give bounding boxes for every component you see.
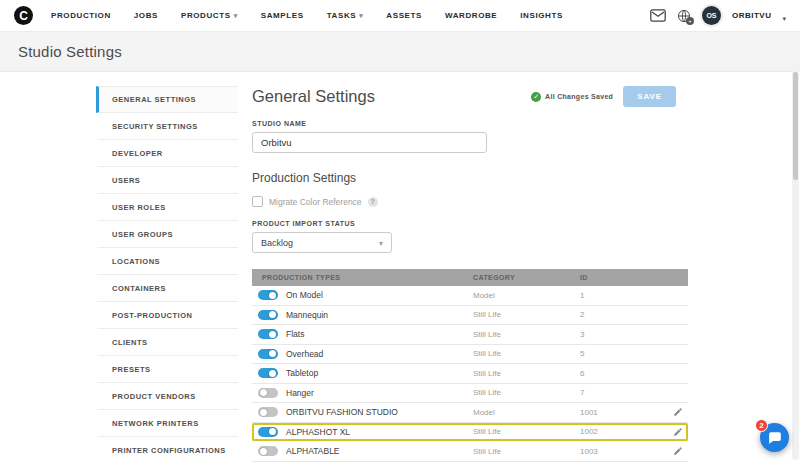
sidebar-item[interactable]: PRESETS <box>96 356 238 383</box>
sidebar-item[interactable]: USER ROLES <box>96 194 238 221</box>
table-row: ALPHATABLE Still Life 1003 <box>252 442 688 462</box>
toggle-knob <box>269 331 276 338</box>
production-type-toggle[interactable] <box>258 427 278 437</box>
page-title: Studio Settings <box>18 43 782 60</box>
table-row: On Model Model 1 <box>252 286 688 306</box>
category-cell: Still Life <box>473 427 580 436</box>
nav-item[interactable]: PRODUCTION <box>51 11 111 20</box>
edit-icon[interactable] <box>673 407 683 417</box>
chat-button[interactable]: 2 <box>760 423 789 452</box>
id-cell: 1003 <box>580 447 668 456</box>
production-type-toggle[interactable] <box>258 446 278 456</box>
save-button[interactable]: SAVE <box>623 86 676 107</box>
sidebar-item[interactable]: NETWORK PRINTERS <box>96 410 238 437</box>
nav-item[interactable]: TASKS <box>327 11 364 20</box>
production-types-table: PRODUCTION TYPES CATEGORY ID On Model Mo… <box>252 269 688 462</box>
sidebar-item[interactable]: GENERAL SETTINGS <box>96 86 238 113</box>
scrollbar-track[interactable] <box>792 64 799 460</box>
category-cell: Still Life <box>473 388 580 397</box>
top-nav: C PRODUCTION JOBS PRODUCTS SAMPLES TASKS… <box>0 0 800 32</box>
header-production-types: PRODUCTION TYPES <box>258 274 473 281</box>
header-id: ID <box>580 274 668 281</box>
category-cell: Still Life <box>473 447 580 456</box>
section-heading: General Settings <box>252 87 531 106</box>
sidebar-item[interactable]: DEVELOPER <box>96 140 238 167</box>
nav-item[interactable]: ASSETS <box>386 11 422 20</box>
sidebar-item[interactable]: PRODUCT VENDORS <box>96 383 238 410</box>
table-row: Hanger Still Life 7 <box>252 384 688 404</box>
nav-item[interactable]: JOBS <box>134 11 158 20</box>
nav-item[interactable]: SAMPLES <box>261 11 304 20</box>
main-content: General Settings All Changes Saved SAVE … <box>238 72 690 462</box>
production-type-name: Flats <box>286 329 304 339</box>
chat-badge: 2 <box>755 419 768 432</box>
production-type-toggle[interactable] <box>258 310 278 320</box>
production-type-toggle[interactable] <box>258 407 278 417</box>
sidebar-item[interactable]: CONTAINERS <box>96 275 238 302</box>
import-status-select[interactable]: Backlog <box>252 232 392 253</box>
toggle-knob <box>260 409 267 416</box>
table-row: Tabletop Still Life 6 <box>252 364 688 384</box>
table-row: ORBITVU FASHION STUDIO Model 1001 <box>252 403 688 423</box>
info-icon[interactable] <box>368 197 378 207</box>
chevron-down-icon[interactable] <box>782 7 786 25</box>
main-nav: PRODUCTION JOBS PRODUCTS SAMPLES TASKS A… <box>51 11 586 20</box>
toggle-knob <box>269 311 276 318</box>
category-cell: Model <box>473 408 580 417</box>
migrate-color-label: Migrate Color Reference <box>269 197 362 207</box>
table-row: Flats Still Life 3 <box>252 325 688 345</box>
production-type-toggle[interactable] <box>258 388 278 398</box>
production-type-toggle[interactable] <box>258 368 278 378</box>
production-type-toggle[interactable] <box>258 349 278 359</box>
table-row: ALPHASHOT XL Still Life 1002 <box>252 423 688 443</box>
production-type-name: Hanger <box>286 388 314 398</box>
toggle-knob <box>269 370 276 377</box>
toggle-knob <box>260 389 267 396</box>
production-settings-title: Production Settings <box>252 171 676 185</box>
production-type-toggle[interactable] <box>258 329 278 339</box>
page-header: Studio Settings <box>0 32 800 72</box>
sidebar-item[interactable]: USER GROUPS <box>96 221 238 248</box>
category-cell: Still Life <box>473 369 580 378</box>
sidebar-item[interactable]: POST-PRODUCTION <box>96 302 238 329</box>
saved-status: All Changes Saved <box>531 92 613 102</box>
production-type-name: Tabletop <box>286 368 318 378</box>
app-logo[interactable]: C <box>14 6 33 25</box>
settings-sidebar: GENERAL SETTINGS SECURITY SETTINGS DEVEL… <box>96 72 238 462</box>
edit-icon[interactable] <box>673 427 683 437</box>
nav-item[interactable]: INSIGHTS <box>520 11 563 20</box>
category-cell: Still Life <box>473 330 580 339</box>
nav-item[interactable]: PRODUCTS <box>181 11 238 20</box>
production-type-name: ALPHASHOT XL <box>286 427 350 437</box>
edit-icon[interactable] <box>673 446 683 456</box>
header-category: CATEGORY <box>473 274 580 281</box>
sidebar-item[interactable]: PRINTER CONFIGURATIONS <box>96 437 238 462</box>
sidebar-item[interactable]: LOCATIONS <box>96 248 238 275</box>
chevron-down-icon <box>379 238 383 248</box>
category-cell: Still Life <box>473 349 580 358</box>
migrate-color-row: Migrate Color Reference <box>252 196 676 207</box>
category-cell: Model <box>473 291 580 300</box>
mail-icon[interactable] <box>650 9 666 22</box>
production-type-toggle[interactable] <box>258 290 278 300</box>
id-cell: 1 <box>580 291 668 300</box>
studio-name-input[interactable] <box>252 132 487 153</box>
scrollbar-thumb[interactable] <box>793 72 798 180</box>
sidebar-item[interactable]: SECURITY SETTINGS <box>96 113 238 140</box>
sidebar-item[interactable]: CLIENTS <box>96 329 238 356</box>
production-type-name: Overhead <box>286 349 323 359</box>
globe-icon[interactable] <box>677 9 691 23</box>
category-cell: Still Life <box>473 310 580 319</box>
user-name[interactable]: ORBITVU <box>732 11 772 20</box>
production-type-name: On Model <box>286 290 323 300</box>
table-header: PRODUCTION TYPES CATEGORY ID <box>252 269 688 286</box>
studio-name-label: STUDIO NAME <box>252 120 676 127</box>
toggle-knob <box>260 448 267 455</box>
import-status-label: PRODUCT IMPORT STATUS <box>252 220 676 227</box>
id-cell: 7 <box>580 388 668 397</box>
migrate-color-checkbox[interactable] <box>252 196 263 207</box>
avatar[interactable]: OS <box>702 6 721 25</box>
sidebar-item[interactable]: USERS <box>96 167 238 194</box>
nav-item[interactable]: WARDROBE <box>445 11 497 20</box>
nav-right: OS ORBITVU <box>650 6 786 25</box>
